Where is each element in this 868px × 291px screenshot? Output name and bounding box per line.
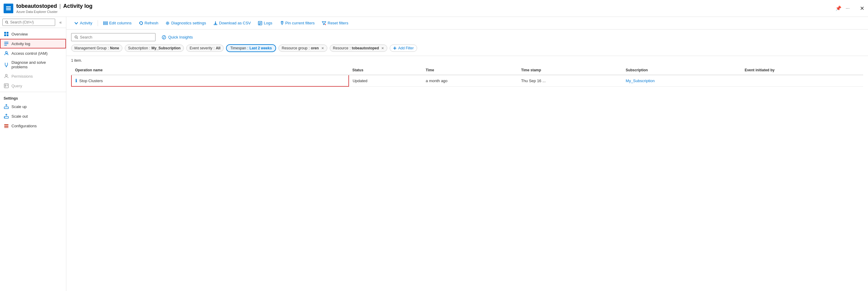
refresh-button[interactable]: Refresh: [136, 19, 161, 27]
activity-button[interactable]: Activity: [71, 19, 95, 27]
chip-subscription-key: Subscription: [128, 46, 148, 50]
subscription-cell[interactable]: My_Subscription: [622, 75, 741, 86]
activity-log-icon: [4, 41, 9, 46]
refresh-icon: [139, 21, 143, 25]
svg-point-16: [5, 74, 7, 76]
more-icon[interactable]: ···: [846, 6, 849, 11]
filter-chip-resource-group[interactable]: Resource group : oren ✕: [278, 44, 327, 52]
chip-sep-3: :: [214, 46, 215, 50]
col-event-initiated-by: Event initiated by: [741, 66, 863, 75]
chip-event-severity-value: All: [216, 46, 220, 50]
operation-name-cell[interactable]: ℹ Stop Clusters: [71, 75, 349, 86]
sidebar-item-iam-label: Access control (IAM): [11, 51, 48, 56]
sidebar-item-configurations-label: Configurations: [11, 124, 37, 128]
svg-rect-10: [4, 43, 8, 44]
col-status: Status: [349, 66, 422, 75]
sidebar-item-diagnose[interactable]: Diagnose and solve problems: [0, 58, 66, 71]
logs-button[interactable]: Logs: [255, 19, 275, 27]
download-csv-label: Download as CSV: [219, 21, 251, 25]
pin-icon[interactable]: 📌: [835, 5, 841, 11]
title-text: tobeautostoped | Activity log Azure Data…: [16, 3, 93, 13]
timestamp-cell: Thu Sep 16 ...: [518, 75, 622, 86]
collapse-sidebar-button[interactable]: «: [58, 19, 64, 26]
sidebar-search-input[interactable]: [10, 20, 53, 24]
chip-resource-group-close[interactable]: ✕: [321, 46, 324, 50]
table-row[interactable]: ℹ Stop Clusters Updated a month ago: [71, 75, 863, 86]
edit-columns-label: Edit columns: [109, 21, 131, 25]
chevron-down-icon: [74, 21, 79, 25]
close-button[interactable]: ✕: [860, 5, 864, 12]
col-timestamp: Time stamp: [518, 66, 622, 75]
nav-divider: [0, 92, 66, 92]
add-filter-label: Add Filter: [398, 46, 413, 50]
filter-area: Quick Insights Management Group : None S…: [66, 30, 868, 56]
event-initiated-cell: [741, 75, 863, 86]
chip-resource-key: Resource: [333, 46, 348, 50]
quick-insights-button[interactable]: Quick Insights: [158, 33, 196, 41]
edit-columns-button[interactable]: Edit columns: [100, 19, 134, 27]
toolbar: Activity Edit columns: [66, 17, 868, 30]
filter-chip-event-severity[interactable]: Event severity : All: [186, 44, 224, 52]
results-table: Operation name Status Time Time stamp Su…: [71, 66, 863, 87]
sidebar-item-configurations[interactable]: Configurations: [0, 121, 66, 131]
add-filter-button[interactable]: Add Filter: [390, 44, 417, 52]
filter-chip-resource[interactable]: Resource : tobeautostoped ✕: [330, 44, 388, 52]
sidebar-item-scale-out-label: Scale out: [11, 114, 28, 118]
chip-management-group-key: Management Group: [74, 46, 107, 50]
svg-rect-0: [6, 6, 11, 7]
status-cell: Updated: [349, 75, 422, 86]
resource-icon: [4, 4, 13, 13]
results-area: 1 item. Operation name Status Time Time …: [66, 56, 868, 291]
time-cell: a month ago: [422, 75, 518, 86]
svg-point-3: [5, 21, 7, 23]
sidebar-item-scale-up[interactable]: Scale up: [0, 102, 66, 111]
col-time: Time: [422, 66, 518, 75]
svg-rect-18: [5, 84, 6, 86]
filter-chip-subscription[interactable]: Subscription : My_Subscription: [125, 44, 184, 52]
operation-name-value: Stop Clusters: [79, 78, 103, 83]
chip-sep: :: [108, 46, 109, 50]
filter-chip-management-group[interactable]: Management Group : None: [71, 44, 122, 52]
chip-resource-close[interactable]: ✕: [381, 46, 384, 50]
filter-chip-timespan[interactable]: Timespan : Last 2 weeks: [226, 44, 276, 52]
svg-rect-8: [7, 34, 8, 36]
scale-out-icon: [4, 113, 9, 119]
diagnostics-button[interactable]: Diagnostics settings: [162, 19, 209, 27]
search-input[interactable]: [80, 35, 152, 39]
timestamp-value: Thu Sep 16 ...: [521, 78, 546, 83]
svg-rect-7: [4, 34, 6, 36]
subscription-link[interactable]: My_Subscription: [626, 78, 655, 83]
sidebar-item-scale-out[interactable]: Scale out: [0, 111, 66, 121]
sidebar-item-activity-log-label: Activity log: [11, 41, 30, 46]
sidebar-item-activity-log[interactable]: Activity log: [0, 39, 66, 48]
overview-icon: [4, 31, 9, 37]
filter-row-1: Quick Insights: [71, 33, 863, 41]
pin-filters-button[interactable]: Pin current filters: [276, 19, 318, 27]
sidebar-item-overview[interactable]: Overview: [0, 29, 66, 39]
sidebar-search-box[interactable]: [2, 19, 55, 26]
download-csv-button[interactable]: Download as CSV: [210, 19, 254, 27]
results-count: 1 item.: [71, 59, 863, 63]
search-box[interactable]: [71, 33, 156, 41]
pin-icon: [279, 21, 284, 25]
cluster-icon: [5, 5, 11, 11]
sidebar-item-query: Query: [0, 81, 66, 90]
reset-filters-button[interactable]: Reset filters: [319, 19, 351, 27]
chip-sep-5: :: [309, 46, 310, 50]
table-body: ℹ Stop Clusters Updated a month ago: [71, 75, 863, 86]
download-icon: [213, 21, 218, 25]
col-operation-name: Operation name: [71, 66, 349, 75]
svg-rect-19: [5, 86, 6, 87]
sidebar-item-scale-up-label: Scale up: [11, 104, 27, 109]
sidebar-search-area: «: [0, 17, 66, 28]
title-bar-left: tobeautostoped | Activity log Azure Data…: [4, 3, 835, 13]
svg-point-12: [5, 51, 7, 53]
logs-label: Logs: [264, 21, 272, 25]
chip-sep-2: :: [149, 46, 150, 50]
add-filter-icon: [393, 46, 397, 50]
svg-rect-1: [6, 8, 11, 9]
sidebar-item-access-control[interactable]: Access control (IAM): [0, 48, 66, 58]
configurations-icon: [4, 123, 9, 129]
title-pipe: |: [59, 3, 61, 9]
svg-point-34: [167, 22, 168, 24]
